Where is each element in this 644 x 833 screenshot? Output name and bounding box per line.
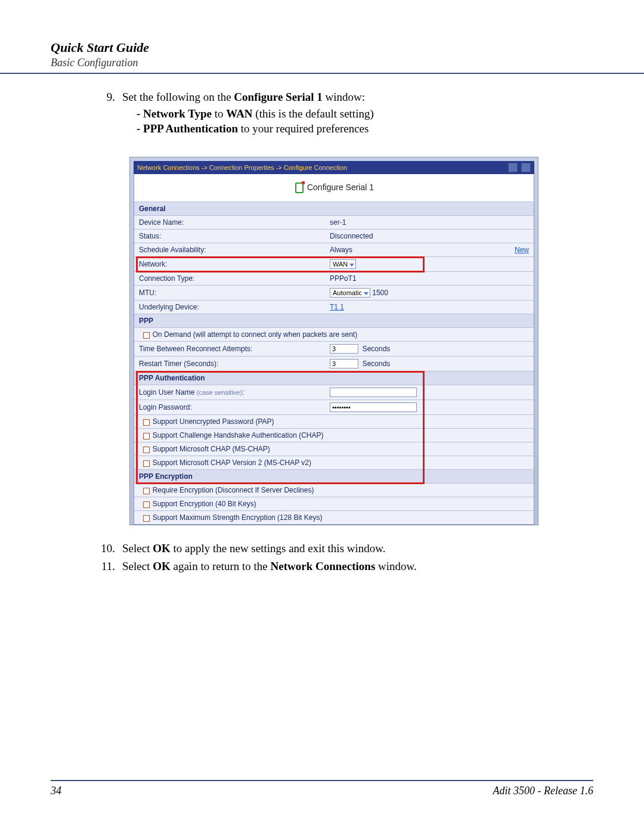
mtu-value: Automatic 1500 [325, 286, 534, 301]
bold-text: WAN [226, 107, 252, 120]
page-footer: 34 Adit 3500 - Release 1.6 [51, 780, 593, 797]
restart-input[interactable] [330, 359, 358, 368]
config-table: General Device Name:ser-1 Status:Disconn… [134, 202, 534, 524]
text: (this is the default setting) [253, 107, 374, 120]
section-ppp-auth: PPP Authentication [134, 371, 534, 385]
text: window. [375, 560, 417, 572]
dropdown-value: Automatic [333, 289, 362, 296]
device-name-value: ser-1 [325, 216, 534, 230]
bold-text: Configure Serial 1 [234, 91, 322, 103]
section-general: General [134, 202, 534, 216]
config-body: Configure Serial 1 General Device Name:s… [134, 174, 534, 525]
titlebar-icon[interactable] [521, 163, 531, 172]
status-label: Status: [134, 230, 325, 243]
product-release: Adit 3500 - Release 1.6 [493, 785, 593, 797]
step-number: 9. [97, 89, 115, 105]
steps-list-cont: 10. Select OK to apply the new settings … [51, 541, 593, 574]
bold-text: - Network Type [137, 107, 212, 120]
mschap2-label: Support Microsoft CHAP Version 2 (MS-CHA… [153, 459, 311, 467]
schedule-label: Schedule Availability: [134, 243, 325, 257]
pap-label: Support Unencrypted Password (PAP) [153, 417, 274, 426]
bold-text: OK [153, 542, 171, 555]
bold-text: OK [153, 560, 171, 572]
login-pass-label: Login Password: [134, 400, 325, 415]
conn-type-label: Connection Type: [134, 272, 325, 286]
mschap2-checkbox[interactable] [143, 460, 150, 467]
step-9-text: Set the following on the Configure Seria… [122, 91, 365, 103]
mtu-label: MTU: [134, 286, 325, 301]
section-ppp-enc: PPP Encryption [134, 470, 534, 484]
text: Set the following on the [122, 91, 234, 103]
reqenc-label: Require Encryption (Disconnect If Server… [153, 486, 314, 494]
chap-checkbox[interactable] [143, 433, 150, 439]
underlying-link[interactable]: T1 1 [330, 303, 344, 311]
breadcrumb-bar: Network Connections -> Connection Proper… [134, 161, 534, 174]
login-pass-input[interactable] [330, 402, 417, 412]
chap-label: Support Challenge Handshake Authenticati… [153, 431, 324, 439]
seconds-label: Seconds [363, 360, 391, 368]
login-user-value [325, 385, 534, 400]
pap-row: Support Unencrypted Password (PAP) [134, 415, 534, 429]
underlying-label: Underlying Device: [134, 301, 325, 314]
pap-checkbox[interactable] [143, 419, 150, 426]
reconnect-value: Seconds [325, 342, 534, 357]
text: window: [323, 91, 365, 103]
enc128-checkbox[interactable] [143, 515, 150, 522]
new-link[interactable]: New [515, 246, 529, 254]
chevron-down-icon [349, 264, 354, 267]
underlying-value: T1 1 [325, 301, 534, 314]
reqenc-row: Require Encryption (Disconnect If Server… [134, 484, 534, 497]
page-content: 9. Set the following on the Configure Se… [0, 74, 644, 574]
device-icon [294, 182, 304, 193]
enc40-row: Support Encryption (40 Bit Keys) [134, 497, 534, 511]
network-value: WAN [325, 257, 534, 272]
mtu-dropdown[interactable]: Automatic [330, 288, 370, 298]
titlebar-icons [506, 163, 531, 172]
text: Always [330, 246, 352, 254]
text: to apply the new settings and exit this … [171, 542, 386, 555]
step-number: 11. [97, 559, 115, 574]
section-ppp: PPP [134, 314, 534, 328]
enc128-row: Support Maximum Strength Encryption (128… [134, 511, 534, 525]
text-muted: (case sensitive) [197, 389, 242, 396]
sub-item: - Network Type to WAN (this is the defau… [137, 106, 593, 122]
bold-text: - PPP Authentication [137, 122, 238, 135]
breadcrumb-text: Network Connections -> Connection Proper… [137, 164, 347, 171]
mtu-number: 1500 [372, 289, 388, 297]
config-title: Configure Serial 1 [307, 182, 374, 192]
sub-item: - PPP Authentication to your required pr… [137, 121, 593, 137]
enc40-label: Support Encryption (40 Bit Keys) [153, 500, 256, 508]
mschap-row: Support Microsoft CHAP (MS-CHAP) [134, 442, 534, 456]
bold-text: Network Connections [271, 560, 376, 572]
text: Select [122, 542, 153, 555]
chap-row: Support Challenge Handshake Authenticati… [134, 429, 534, 442]
reconnect-input[interactable] [330, 344, 358, 354]
reconnect-label: Time Between Reconnect Attempts: [134, 342, 325, 357]
step-number: 10. [97, 541, 115, 556]
ondemand-checkbox[interactable] [143, 332, 150, 339]
restart-label: Restart Timer (Seconds): [134, 357, 325, 371]
reqenc-checkbox[interactable] [143, 488, 150, 494]
dropdown-value: WAN [333, 261, 348, 268]
step-9-sublist: - Network Type to WAN (this is the defau… [122, 106, 593, 137]
ondemand-row: On Demand (will attempt to connect only … [134, 328, 534, 342]
mschap-label: Support Microsoft CHAP (MS-CHAP) [153, 445, 270, 453]
text: to [212, 107, 226, 120]
login-pass-value [325, 400, 534, 415]
schedule-value: AlwaysNew [325, 243, 534, 257]
titlebar-icon[interactable] [508, 163, 518, 172]
page-header: Quick Start Guide Basic Configuration [0, 0, 644, 74]
network-dropdown[interactable]: WAN [330, 259, 356, 269]
text: to your required preferences [238, 122, 369, 135]
network-label: Network: [134, 257, 325, 272]
enc40-checkbox[interactable] [143, 501, 150, 508]
config-title-row: Configure Serial 1 [134, 174, 534, 202]
login-user-label: Login User Name (case sensitive): [134, 385, 325, 400]
seconds-label: Seconds [363, 345, 391, 353]
mschap-checkbox[interactable] [143, 447, 150, 453]
restart-value: Seconds [325, 357, 534, 371]
step-9: 9. Set the following on the Configure Se… [51, 89, 593, 137]
login-user-input[interactable] [330, 388, 417, 397]
status-value: Disconnected [325, 230, 534, 243]
mschap2-row: Support Microsoft CHAP Version 2 (MS-CHA… [134, 456, 534, 470]
